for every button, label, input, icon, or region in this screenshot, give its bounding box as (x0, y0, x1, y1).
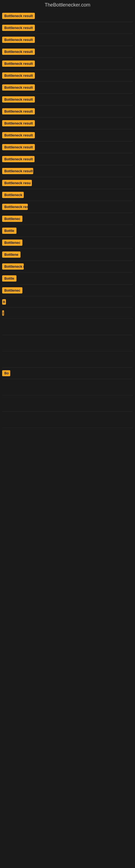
bottleneck-badge[interactable]: Bottleneck result (2, 72, 35, 79)
list-item: Bottlenec (2, 237, 133, 249)
list-item (2, 335, 133, 351)
bottleneck-badge[interactable]: Bottle (2, 275, 16, 282)
bottleneck-badge[interactable]: Bottleneck result (2, 49, 35, 55)
list-item: Bottleneck res (2, 201, 133, 213)
bottleneck-badge[interactable]: Bottleneck result (2, 25, 35, 31)
bottleneck-list: Bottleneck resultBottleneck resultBottle… (0, 10, 135, 428)
site-title: TheBottlenecker.com (0, 0, 135, 10)
bottleneck-badge[interactable]: Bottleneck result (2, 156, 35, 162)
list-item: Bottleneck result (2, 34, 133, 46)
bottleneck-badge[interactable]: Bottle (2, 227, 16, 234)
list-item: | (2, 308, 133, 319)
bottleneck-badge[interactable]: Bottleneck result (2, 168, 33, 174)
bottleneck-badge[interactable]: Bo (2, 370, 10, 376)
bottleneck-badge[interactable]: Bottlenec (2, 240, 22, 246)
bottleneck-badge[interactable]: Bottleneck result (2, 144, 35, 150)
bottleneck-badge[interactable]: Bottleneck r (2, 264, 24, 270)
list-item: Bottleneck result (2, 82, 133, 94)
list-item: Bottleneck result (2, 118, 133, 129)
list-item (2, 396, 133, 412)
list-item: Bottle (2, 273, 133, 284)
bottleneck-badge[interactable]: Bottlenec (2, 287, 22, 293)
bottleneck-badge[interactable]: Bottleneck result (2, 84, 35, 91)
list-item: Bottle (2, 225, 133, 237)
list-item: Bottlenec (2, 213, 133, 225)
list-item: Bottleneck result (2, 58, 133, 70)
list-item: Bottlene (2, 249, 133, 261)
bottleneck-badge[interactable]: Bottleneck result (2, 96, 35, 102)
list-item (2, 412, 133, 428)
list-item: Bottleneck (2, 189, 133, 201)
list-item (2, 351, 133, 368)
list-item: Bo (2, 368, 133, 379)
bottleneck-badge[interactable]: Bottleneck result (2, 37, 35, 43)
list-item: Bottleneck result (2, 22, 133, 34)
list-item: Bottleneck result (2, 165, 133, 177)
bottleneck-badge[interactable]: Bottleneck res (2, 204, 28, 210)
list-item: Bottleneck result (2, 46, 133, 58)
site-title-text: TheBottlenecker.com (45, 2, 90, 8)
bottleneck-badge[interactable]: B (2, 299, 6, 305)
bottleneck-badge[interactable]: Bottleneck result (2, 132, 35, 138)
bottleneck-badge[interactable]: Bottlene (2, 251, 20, 258)
list-item: Bottleneck result (2, 10, 133, 22)
list-item: Bottleneck resu (2, 177, 133, 189)
list-item: Bottleneck result (2, 153, 133, 165)
list-item: Bottleneck r (2, 261, 133, 273)
bottleneck-badge[interactable]: Bottlenec (2, 216, 22, 222)
list-item (2, 319, 133, 335)
list-item: Bottleneck result (2, 70, 133, 82)
list-item: Bottleneck result (2, 105, 133, 118)
bottleneck-badge[interactable]: Bottleneck result (2, 120, 35, 126)
bottleneck-badge[interactable]: Bottleneck result (2, 108, 35, 115)
bottleneck-badge[interactable]: Bottleneck (2, 192, 24, 198)
list-item: Bottleneck result (2, 129, 133, 141)
list-item: B (2, 297, 133, 308)
bottleneck-badge[interactable]: Bottleneck resu (2, 180, 32, 186)
bottleneck-badge[interactable]: | (2, 310, 4, 316)
list-item: Bottleneck result (2, 141, 133, 153)
bottleneck-badge[interactable]: Bottleneck result (2, 61, 35, 67)
bottleneck-badge[interactable]: Bottleneck result (2, 13, 35, 19)
list-item (2, 379, 133, 396)
list-item: Bottlenec (2, 284, 133, 297)
list-item: Bottleneck result (2, 94, 133, 105)
